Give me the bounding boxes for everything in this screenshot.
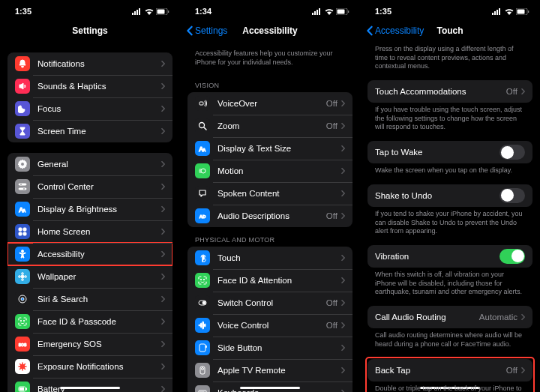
svg-point-8 bbox=[20, 184, 22, 185]
row-wallpaper[interactable]: Wallpaper bbox=[8, 265, 172, 288]
row-label: Sounds & Haptics bbox=[38, 82, 160, 91]
row-focus[interactable]: Focus bbox=[8, 97, 172, 120]
svg-point-56 bbox=[202, 368, 204, 370]
row-exposure-notifications[interactable]: Exposure Notifications bbox=[8, 355, 172, 378]
home-indicator[interactable] bbox=[60, 387, 120, 389]
svg-rect-13 bbox=[19, 228, 22, 231]
back-button[interactable]: Settings bbox=[186, 25, 227, 36]
row-side-button[interactable]: Side Button bbox=[188, 337, 352, 359]
row-siri-search[interactable]: Siri & Search bbox=[8, 288, 172, 310]
row-value: Off bbox=[506, 366, 518, 375]
toggle-switch[interactable] bbox=[500, 188, 525, 203]
row-display-text-size[interactable]: AADisplay & Text Size bbox=[188, 137, 352, 160]
back-label: Accessibility bbox=[375, 25, 424, 36]
row-apple-tv-remote[interactable]: Apple TV Remote bbox=[188, 359, 352, 382]
row-label: Shake to Undo bbox=[375, 191, 500, 200]
chevron-right-icon bbox=[160, 295, 165, 303]
chevron-right-icon bbox=[160, 205, 165, 213]
toggle-switch[interactable] bbox=[500, 145, 525, 160]
back-button[interactable]: Accessibility bbox=[366, 25, 424, 36]
row-call-audio-routing[interactable]: Call Audio RoutingAutomatic bbox=[368, 306, 532, 328]
nav-bar: Settings Accessibility bbox=[180, 19, 360, 42]
svg-point-26 bbox=[23, 320, 24, 321]
toggle-switch[interactable] bbox=[500, 249, 525, 264]
row-back-tap[interactable]: Back TapOff bbox=[368, 359, 532, 382]
row-voice-control[interactable]: Voice ControlOff bbox=[188, 314, 352, 337]
row-home-screen[interactable]: Home Screen bbox=[8, 220, 172, 243]
moon-icon bbox=[15, 101, 30, 116]
row-screen-time[interactable]: Screen Time bbox=[8, 120, 172, 142]
faceid-icon bbox=[195, 273, 210, 288]
svg-rect-37 bbox=[338, 9, 345, 13]
settings-group: Touch AccommodationsOff bbox=[368, 80, 532, 103]
svg-rect-71 bbox=[518, 9, 525, 13]
svg-rect-52 bbox=[205, 324, 206, 327]
svg-point-17 bbox=[22, 250, 24, 253]
row-motion[interactable]: Motion bbox=[188, 160, 352, 182]
chevron-right-icon bbox=[160, 183, 165, 190]
row-control-center[interactable]: Control Center bbox=[8, 175, 172, 198]
status-bar: 1:35 bbox=[360, 0, 540, 19]
settings-group: Shake to Undo bbox=[368, 184, 532, 207]
row-emergency-sos[interactable]: SOSEmergency SOS bbox=[8, 333, 172, 355]
svg-rect-66 bbox=[492, 13, 494, 15]
settings-group: Call Audio RoutingAutomatic bbox=[368, 306, 532, 328]
section-note: If you tend to shake your iPhone by acci… bbox=[368, 207, 532, 242]
row-zoom[interactable]: ZoomOff bbox=[188, 115, 352, 137]
svg-rect-7 bbox=[19, 184, 26, 185]
row-battery[interactable]: Battery bbox=[8, 378, 172, 392]
row-touch[interactable]: Touch bbox=[188, 247, 352, 269]
virus-icon bbox=[15, 359, 30, 374]
row-label: Siri & Search bbox=[38, 295, 160, 304]
chevron-right-icon bbox=[160, 105, 165, 112]
svg-point-22 bbox=[25, 276, 27, 278]
row-value: Automatic bbox=[479, 313, 518, 322]
faceid-icon bbox=[15, 314, 30, 329]
row-sounds-haptics[interactable]: Sounds & Haptics bbox=[8, 75, 172, 97]
row-accessibility[interactable]: Accessibility bbox=[8, 243, 172, 265]
row-label: Exposure Notifications bbox=[38, 362, 160, 371]
row-tap-to-wake[interactable]: Tap to Wake bbox=[368, 141, 532, 163]
svg-rect-3 bbox=[139, 8, 140, 15]
siri-icon bbox=[15, 292, 30, 307]
svg-rect-5 bbox=[158, 9, 165, 13]
row-notifications[interactable]: Notifications bbox=[8, 52, 172, 75]
wifi-icon bbox=[505, 8, 514, 15]
speaker-icon bbox=[15, 79, 30, 94]
chevron-right-icon bbox=[340, 145, 345, 152]
row-voiceover[interactable]: VoiceOverOff bbox=[188, 92, 352, 115]
chevron-right-icon bbox=[340, 277, 345, 284]
chevron-right-icon bbox=[340, 190, 345, 197]
row-label: Keyboards bbox=[218, 388, 340, 392]
textsize-icon: AA bbox=[195, 141, 210, 156]
chevron-right-icon bbox=[340, 299, 345, 307]
battery-icon bbox=[516, 8, 530, 15]
row-value: Off bbox=[326, 121, 338, 130]
row-audio-descriptions[interactable]: ADAudio DescriptionsOff bbox=[188, 205, 352, 227]
row-switch-control[interactable]: Switch ControlOff bbox=[188, 292, 352, 314]
phone-settings: 1:35 Settings NotificationsSounds & Hapt… bbox=[0, 0, 180, 392]
row-spoken-content[interactable]: Spoken Content bbox=[188, 182, 352, 205]
svg-rect-31 bbox=[20, 388, 24, 391]
chevron-right-icon bbox=[340, 344, 345, 352]
settings-group: TouchFace ID & AttentionSwitch ControlOf… bbox=[188, 247, 352, 392]
row-shake-to-undo[interactable]: Shake to Undo bbox=[368, 184, 532, 207]
wifi-icon bbox=[145, 8, 154, 15]
row-touch-accommodations[interactable]: Touch AccommodationsOff bbox=[368, 80, 532, 103]
row-face-id-passcode[interactable]: Face ID & Passcode bbox=[8, 310, 172, 333]
row-display-brightness[interactable]: AADisplay & Brightness bbox=[8, 198, 172, 220]
row-general[interactable]: General bbox=[8, 153, 172, 175]
row-label: Voice Control bbox=[218, 321, 326, 330]
svg-point-18 bbox=[21, 275, 24, 278]
home-indicator[interactable] bbox=[240, 387, 300, 389]
row-label: Face ID & Attention bbox=[218, 276, 340, 285]
time: 1:35 bbox=[375, 7, 392, 16]
row-label: Touch Accommodations bbox=[375, 87, 506, 96]
row-face-id-attention[interactable]: Face ID & Attention bbox=[188, 269, 352, 292]
row-label: Apple TV Remote bbox=[218, 366, 340, 375]
sidebutton-icon bbox=[195, 340, 210, 355]
tv-icon bbox=[195, 363, 210, 378]
settings-group: Tap to Wake bbox=[368, 141, 532, 163]
row-vibration[interactable]: Vibration bbox=[368, 245, 532, 268]
textsize-icon: AA bbox=[15, 202, 30, 217]
